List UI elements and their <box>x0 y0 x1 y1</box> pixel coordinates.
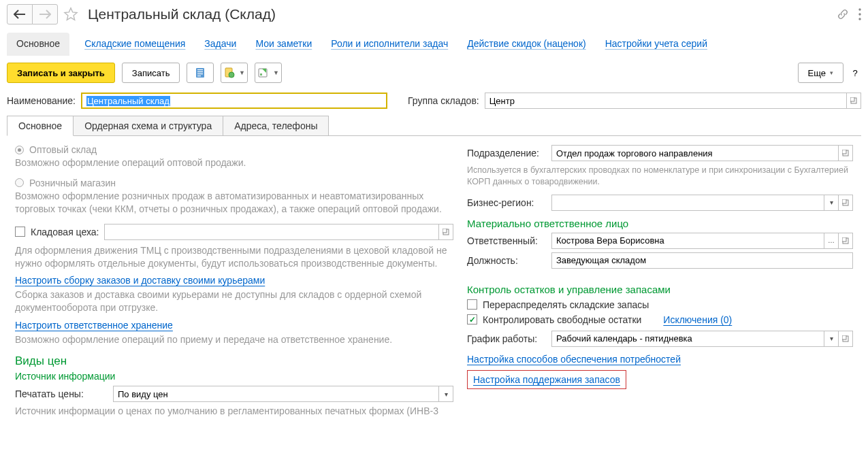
group-label: Группа складов: <box>408 95 479 106</box>
courier-link[interactable]: Настроить сборку заказов и доставку свои… <box>15 275 265 286</box>
wholesale-radio[interactable] <box>15 146 24 154</box>
custody-link[interactable]: Настроить ответственное хранение <box>15 320 173 331</box>
link-icon[interactable] <box>837 8 849 20</box>
svg-rect-7 <box>197 76 201 76</box>
dept-label: Подразделение: <box>467 148 547 159</box>
prices-source-heading: Источник информации <box>15 371 453 382</box>
region-label: Бизнес-регион: <box>467 197 547 208</box>
control-label: Контролировать свободные остатки <box>483 314 641 325</box>
maintain-stock-highlight-box: Настройка поддержания запасов <box>467 370 626 389</box>
truncated-help: Источник информации о ценах по умолчанию… <box>15 405 453 416</box>
stock-heading: Контроль остатков и управление запасами <box>467 284 853 295</box>
forward-button[interactable] <box>32 4 58 24</box>
document-dropdown-button[interactable]: ▼ <box>221 63 248 83</box>
region-input[interactable] <box>551 195 824 211</box>
name-input[interactable]: Центральный склад <box>81 93 387 109</box>
nav-tab-discounts[interactable]: Действие скидок (наценок) <box>466 34 587 56</box>
group-input[interactable] <box>485 93 847 109</box>
responsible-label: Ответственный: <box>467 235 547 246</box>
back-button[interactable] <box>7 4 33 24</box>
page-title: Центральный склад (Склад) <box>88 6 276 22</box>
schedule-dropdown[interactable]: ▾ <box>824 331 839 347</box>
chevron-down-icon: ▾ <box>830 69 833 76</box>
svg-point-9 <box>229 72 234 78</box>
chevron-down-icon: ▼ <box>273 69 279 76</box>
wholesale-help: Возможно оформление операций оптовой про… <box>15 156 453 169</box>
name-group-row: Наименование: Центральный склад Группа с… <box>0 90 868 112</box>
save-button[interactable]: Записать <box>122 63 180 83</box>
svg-rect-21 <box>842 237 846 242</box>
svg-point-1 <box>858 13 861 15</box>
wholesale-radio-label: Оптовый склад <box>29 144 97 155</box>
more-button[interactable]: Еще ▾ <box>798 63 843 83</box>
nav-tab-premises[interactable]: Складские помещения <box>83 34 187 56</box>
save-and-close-button[interactable]: Записать и закрыть <box>7 63 115 83</box>
nav-tab-roles[interactable]: Роли и исполнители задач <box>329 34 449 56</box>
retail-radio-row: Розничный магазин <box>15 178 453 188</box>
svg-rect-5 <box>197 71 203 72</box>
inner-tab-order[interactable]: Ордерная схема и структура <box>73 116 223 136</box>
dept-help: Используется в бухгалтерских проводках п… <box>467 165 853 188</box>
redistribute-checkbox[interactable] <box>467 299 477 310</box>
responsible-input[interactable] <box>551 233 824 249</box>
nav-tab-main[interactable]: Основное <box>7 33 69 56</box>
main-content: Оптовый склад Возможно оформление операц… <box>7 135 861 422</box>
print-prices-input[interactable] <box>113 386 439 402</box>
print-prices-dropdown[interactable]: ▾ <box>438 386 453 402</box>
dept-open-button[interactable] <box>838 145 853 161</box>
svg-rect-11 <box>260 73 262 76</box>
retail-radio-label: Розничный магазин <box>29 178 116 188</box>
responsible-ellipsis-button[interactable]: … <box>824 233 839 249</box>
responsible-heading: Материально ответственное лицо <box>467 218 853 229</box>
workshop-row: Кладовая цеха: <box>15 224 453 240</box>
exceptions-link[interactable]: Исключения (0) <box>663 314 732 325</box>
svg-point-0 <box>858 8 861 10</box>
header-actions <box>837 8 861 20</box>
group-open-button[interactable] <box>846 93 861 109</box>
schedule-input[interactable] <box>551 331 824 347</box>
svg-rect-15 <box>443 229 447 233</box>
region-open-button[interactable] <box>838 195 853 211</box>
inner-tab-main[interactable]: Основное <box>7 116 74 136</box>
title-bar: Центральный склад (Склад) <box>0 0 868 27</box>
report-dropdown-button[interactable]: ▼ <box>255 63 282 83</box>
svg-rect-4 <box>197 69 203 70</box>
courier-help: Сборка заказов и доставка своими курьера… <box>15 288 453 314</box>
inner-tabs: Основное Ордерная схема и структура Адре… <box>7 116 861 136</box>
workshop-checkbox[interactable] <box>15 227 25 237</box>
position-input[interactable] <box>551 252 853 269</box>
responsible-open-button[interactable] <box>838 233 853 249</box>
nav-tab-notes[interactable]: Мои заметки <box>254 34 313 56</box>
custody-help: Возможно оформление операций по приему и… <box>15 333 453 346</box>
svg-rect-13 <box>850 97 854 101</box>
svg-rect-19 <box>842 199 846 203</box>
nav-tab-tasks[interactable]: Задачи <box>203 34 238 56</box>
supply-settings-link[interactable]: Настройка способов обеспечения потребнос… <box>467 354 681 365</box>
workshop-label: Кладовая цеха: <box>31 227 99 237</box>
schedule-open-button[interactable] <box>838 331 853 347</box>
list-icon-button[interactable] <box>187 63 214 83</box>
right-column: Подразделение: Используется в бухгалтерс… <box>467 142 853 416</box>
schedule-label: График работы: <box>467 333 547 344</box>
favorite-star-icon[interactable] <box>62 5 80 23</box>
name-label: Наименование: <box>7 95 76 106</box>
kebab-menu-icon[interactable] <box>858 8 861 20</box>
position-label: Должность: <box>467 255 547 266</box>
control-checkbox[interactable] <box>467 314 477 324</box>
svg-rect-6 <box>197 73 203 74</box>
retail-radio[interactable] <box>15 178 24 187</box>
left-column: Оптовый склад Возможно оформление операц… <box>15 142 453 416</box>
main-nav-tabs: Основное Складские помещения Задачи Мои … <box>0 27 868 56</box>
dept-input[interactable] <box>551 145 839 161</box>
wholesale-radio-row: Оптовый склад <box>15 144 453 155</box>
region-dropdown[interactable]: ▾ <box>824 195 839 211</box>
help-button[interactable]: ? <box>849 63 861 83</box>
inner-tab-addresses[interactable]: Адреса, телефоны <box>223 116 329 136</box>
svg-rect-23 <box>842 335 846 339</box>
workshop-input[interactable] <box>104 224 439 240</box>
prices-heading: Виды цен <box>15 354 453 368</box>
print-prices-label: Печатать цены: <box>15 388 109 399</box>
maintain-stock-link[interactable]: Настройка поддержания запасов <box>473 374 620 385</box>
workshop-open-button[interactable] <box>438 224 453 240</box>
nav-tab-series[interactable]: Настройки учета серий <box>604 34 709 56</box>
